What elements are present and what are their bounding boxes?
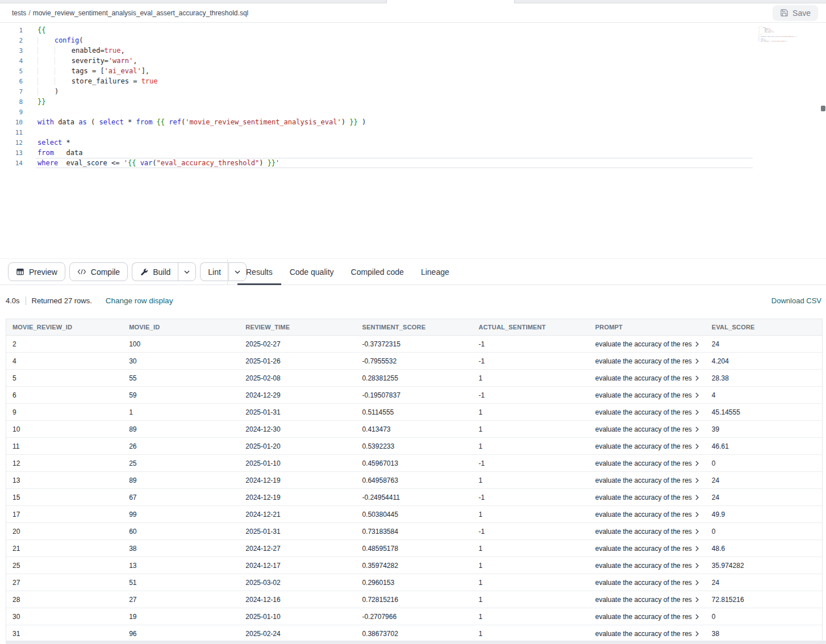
prompt-preview-text: evaluate the accuracy of the res… (595, 596, 692, 604)
cell: 72.815216 (706, 596, 822, 604)
column-header-review_time: REVIEW_TIME (239, 324, 356, 331)
table-row: 11262025-01-200.53922331evaluate the acc… (6, 438, 822, 455)
lint-button[interactable]: Lint (200, 262, 228, 281)
results-tabbar: ResultsCode qualityCompiled codeLineage (227, 259, 458, 285)
cell: 9 (6, 408, 123, 416)
cell: 60 (123, 528, 239, 536)
cell: 96 (123, 630, 239, 638)
expand-prompt-icon[interactable] (695, 563, 699, 568)
cell: 38 (706, 630, 822, 638)
download-csv-link[interactable]: Download CSV (771, 296, 821, 305)
expand-prompt-icon[interactable] (695, 409, 699, 415)
prompt-cell: evaluate the accuracy of the res… (589, 579, 706, 587)
column-header-eval_score: EVAL_SCORE (706, 324, 822, 331)
expand-prompt-icon[interactable] (695, 461, 699, 466)
code-line: 3 enabled=true, (0, 45, 826, 56)
prompt-preview-text: evaluate the accuracy of the res… (595, 613, 692, 621)
prompt-preview-text: evaluate the accuracy of the res… (595, 630, 692, 638)
tab-code-quality[interactable]: Code quality (281, 259, 343, 285)
cell: 12 (6, 459, 123, 467)
table-row: 912025-01-310.51145551evaluate the accur… (6, 404, 822, 421)
cell: 59 (123, 391, 239, 399)
table-row: 28272024-12-160.728152161evaluate the ac… (6, 591, 822, 608)
build-dropdown-button[interactable] (178, 262, 196, 281)
expand-prompt-icon[interactable] (695, 358, 699, 364)
expand-prompt-icon[interactable] (695, 478, 699, 483)
expand-prompt-icon[interactable] (695, 529, 699, 534)
lint-button-label: Lint (208, 267, 221, 277)
prompt-cell: evaluate the accuracy of the res… (589, 459, 706, 467)
editor-scrollbar[interactable] (820, 23, 826, 258)
cell: 89 (123, 476, 239, 484)
cell: 1 (473, 425, 589, 433)
horizontal-scrollbar-track[interactable] (6, 641, 826, 644)
cell: 89 (123, 425, 239, 433)
cell: 49.9 (706, 511, 822, 518)
cell: -1 (473, 340, 589, 348)
code-line: 12select * (0, 137, 826, 148)
prompt-cell: evaluate the accuracy of the res… (589, 391, 706, 399)
minimap[interactable]: 1{{2 config(3 enabled=true,4 severity='w… (757, 26, 802, 248)
window-tab-strip (0, 0, 826, 3)
prompt-cell: evaluate the accuracy of the res… (589, 425, 706, 433)
cell: -0.37372315 (356, 340, 472, 348)
expand-prompt-icon[interactable] (695, 495, 699, 500)
table-row: 25132024-12-170.359742821evaluate the ac… (6, 557, 822, 574)
line-number: 4 (0, 56, 23, 66)
tab-lineage[interactable]: Lineage (412, 259, 458, 285)
cell: -1 (473, 391, 589, 399)
code-line: 1{{ (0, 25, 826, 35)
cell: 0.72815216 (356, 596, 472, 604)
cell: 1 (473, 442, 589, 450)
expand-prompt-icon[interactable] (695, 597, 699, 603)
prompt-preview-text: evaluate the accuracy of the res… (595, 528, 692, 536)
breadcrumb-dir[interactable]: tests (12, 9, 26, 17)
cell: 2024-12-16 (239, 596, 356, 604)
inactive-tab-edge-left[interactable] (0, 0, 387, 3)
preview-button[interactable]: Preview (8, 262, 65, 281)
table-row: 15672024-12-19-0.24954411-1evaluate the … (6, 489, 822, 506)
code-editor[interactable]: 1{{2 config(3 enabled=true,4 severity='w… (0, 23, 826, 258)
cell: 38 (123, 545, 239, 553)
prompt-cell: evaluate the accuracy of the res… (589, 630, 706, 638)
cell: 2025-02-27 (239, 340, 356, 348)
prompt-cell: evaluate the accuracy of the res… (589, 528, 706, 536)
table-row: 4302025-01-26-0.7955532-1evaluate the ac… (6, 353, 822, 370)
expand-prompt-icon[interactable] (695, 341, 699, 347)
cell: 2025-02-24 (239, 630, 356, 638)
expand-prompt-icon[interactable] (695, 614, 699, 620)
cell: 2025-01-20 (239, 442, 356, 450)
expand-prompt-icon[interactable] (695, 631, 699, 637)
expand-prompt-icon[interactable] (695, 546, 699, 551)
cell: 24 (706, 340, 822, 348)
editor-scrollbar-handle[interactable] (821, 106, 825, 111)
cell: 2024-12-21 (239, 511, 356, 518)
expand-prompt-icon[interactable] (695, 512, 699, 517)
cell: 1 (473, 562, 589, 570)
tab-compiled-code[interactable]: Compiled code (343, 259, 412, 285)
table-row: 13892024-12-190.649587631evaluate the ac… (6, 472, 822, 489)
table-row: 21002025-02-27-0.37372315-1evaluate the … (6, 336, 822, 353)
cell: 11 (6, 442, 123, 450)
change-row-display-link[interactable]: Change row display (106, 296, 173, 305)
prompt-cell: evaluate the accuracy of the res… (589, 357, 706, 365)
compile-button[interactable]: Compile (69, 262, 128, 281)
expand-prompt-icon[interactable] (695, 426, 699, 432)
expand-prompt-icon[interactable] (695, 580, 699, 586)
tab-results[interactable]: Results (237, 259, 281, 285)
breadcrumb: tests/movie_review_sentiment_analysis_ev… (12, 9, 248, 17)
cell: 2025-01-10 (239, 459, 356, 467)
prompt-cell: evaluate the accuracy of the res… (589, 511, 706, 518)
code-line: 7 ) (0, 86, 826, 97)
expand-prompt-icon[interactable] (695, 375, 699, 381)
query-duration: 4.0s (6, 296, 20, 305)
inactive-tab-edge-right[interactable] (514, 0, 826, 3)
cell: 1 (473, 579, 589, 587)
expand-prompt-icon[interactable] (695, 392, 699, 398)
save-button[interactable]: Save (773, 5, 818, 21)
line-number: 6 (0, 77, 23, 87)
expand-prompt-icon[interactable] (695, 444, 699, 449)
code-line: 10with data as ( select * from {{ ref('m… (0, 117, 826, 127)
build-button[interactable]: Build (132, 262, 178, 281)
prompt-cell: evaluate the accuracy of the res… (589, 596, 706, 604)
